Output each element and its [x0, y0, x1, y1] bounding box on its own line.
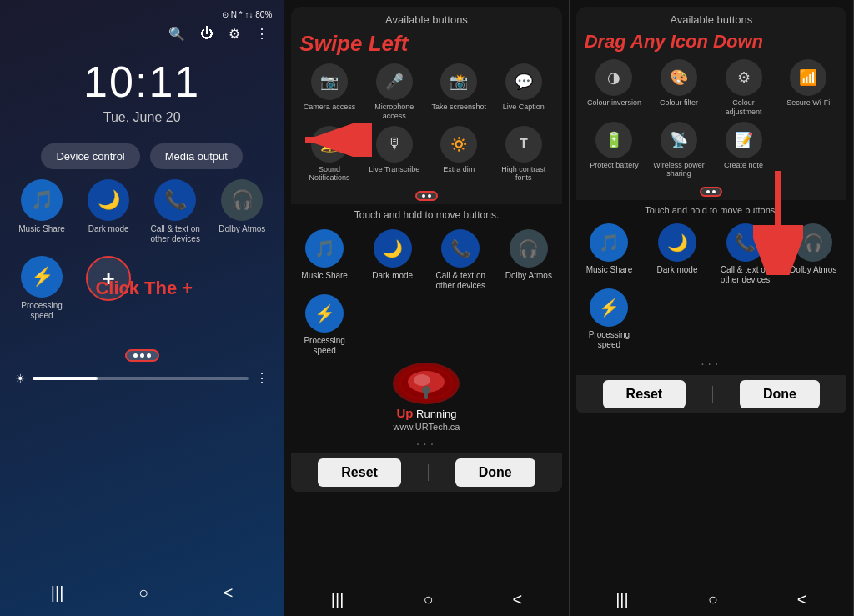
- settings-icon[interactable]: ⚙: [229, 26, 240, 42]
- device-control-button[interactable]: Device control: [41, 143, 139, 169]
- active-music-3[interactable]: 🎵 Music Share: [578, 223, 641, 285]
- avail-battery[interactable]: 🔋 Protect battery: [585, 122, 645, 179]
- reset-button-2[interactable]: Reset: [318, 458, 401, 487]
- nav-back-lines[interactable]: |||: [51, 583, 64, 603]
- avail-secure-wifi[interactable]: 📶 Secure Wi-Fi: [778, 59, 838, 117]
- dark-icon-2: 🌙: [374, 229, 412, 268]
- dark-mode-icon: 🌙: [88, 179, 129, 221]
- colour-adj-label: Colour adjustment: [714, 98, 774, 117]
- sep-dot-1: [422, 194, 425, 198]
- done-button-2[interactable]: Done: [455, 458, 535, 487]
- media-output-button[interactable]: Media output: [150, 143, 243, 169]
- active-dark-3[interactable]: 🌙 Dark mode: [646, 223, 709, 285]
- battery-label: Protect battery: [590, 161, 639, 170]
- tile-music-share[interactable]: 🎵 Music Share: [12, 179, 72, 244]
- reset-button-3[interactable]: Reset: [603, 380, 686, 408]
- active-call-2[interactable]: 📞 Call & text on other devices: [429, 229, 492, 291]
- avail-wireless[interactable]: 📡 Wireless power sharing: [649, 122, 709, 179]
- dot-3: [147, 353, 151, 358]
- avail-mic[interactable]: 🎤 Microphone access: [364, 63, 424, 121]
- processing-icon-2: ⚡: [305, 294, 344, 333]
- active-tiles-2: 🎵 Music Share 🌙 Dark mode 📞 Call & text …: [284, 226, 568, 294]
- brightness-track[interactable]: [33, 377, 249, 380]
- drag-arrow: [753, 167, 803, 278]
- secure-wifi-label: Secure Wi-Fi: [786, 98, 830, 108]
- nav-back-lines-3[interactable]: |||: [615, 590, 629, 609]
- panel-1: ⊙ N * ↑↓ 80% 🔍 ⏻ ⚙ ⋮ 10:11 Tue, June 20 …: [0, 0, 284, 616]
- nav-home-3[interactable]: ○: [708, 590, 718, 609]
- avail-colour-filter[interactable]: 🎨 Colour filter: [649, 59, 709, 117]
- svg-point-4: [414, 374, 430, 386]
- avail-dim[interactable]: 🔅 Extra dim: [429, 126, 489, 183]
- clock-date: Tue, June 20: [7, 110, 277, 125]
- nav-back-2[interactable]: <: [512, 590, 522, 609]
- brightness-fill: [33, 377, 98, 380]
- dim-icon: 🔅: [440, 126, 477, 163]
- nav-back[interactable]: <: [224, 583, 234, 603]
- power-icon[interactable]: ⏻: [200, 26, 214, 42]
- caption-label: Live Caption: [503, 103, 545, 112]
- call-icon-2: 📞: [441, 229, 480, 268]
- dots-row: [7, 349, 277, 362]
- active-dark-2[interactable]: 🌙 Dark mode: [361, 229, 424, 291]
- dark-label-2: Dark mode: [372, 271, 413, 281]
- active-music-2[interactable]: 🎵 Music Share: [293, 229, 356, 291]
- quick-tiles: 🎵 Music Share 🌙 Dark mode 📞 Call & text …: [7, 176, 277, 248]
- active-processing-3[interactable]: ⚡ Processing speed: [578, 288, 641, 350]
- colour-inv-icon: ◑: [595, 59, 632, 96]
- tile-dolby[interactable]: 🎧 Dolby Atmos: [212, 179, 272, 244]
- nav-back-lines-2[interactable]: |||: [331, 590, 344, 609]
- tile-processing[interactable]: ⚡ Processing speed: [12, 256, 72, 321]
- nav-home-2[interactable]: ○: [423, 590, 433, 609]
- search-icon[interactable]: 🔍: [168, 26, 185, 42]
- processing-icon: ⚡: [21, 256, 63, 298]
- call-text-icon: 📞: [154, 179, 196, 221]
- drag-label: Drag Any Icon Down: [576, 29, 846, 56]
- done-button-3[interactable]: Done: [740, 380, 820, 408]
- camera-icon: 📷: [311, 63, 348, 100]
- active-dolby-2[interactable]: 🎧 Dolby Atmos: [497, 229, 560, 291]
- swipe-arrow: [301, 123, 376, 160]
- screenshot-label: Take screenshot: [432, 103, 487, 112]
- clock-time: 10:11: [7, 57, 277, 107]
- nav-back-3[interactable]: <: [797, 590, 807, 609]
- brand-up: Up: [396, 406, 413, 420]
- avail-screenshot[interactable]: 📸 Take screenshot: [429, 63, 489, 121]
- brightness-icon: ☀: [15, 372, 26, 385]
- processing-row-3: ⚡ Processing speed: [570, 288, 853, 353]
- bottom-nav: ||| ○ <: [7, 577, 277, 609]
- brand-name: Up Running: [284, 404, 568, 422]
- more-icon[interactable]: ⋮: [255, 26, 269, 42]
- avail-camera[interactable]: 📷 Camera access: [299, 63, 359, 121]
- tile-add[interactable]: + Click The +: [78, 256, 138, 321]
- tile-dark-mode[interactable]: 🌙 Dark mode: [78, 179, 138, 244]
- bottom-nav-3: ||| ○ <: [570, 583, 853, 616]
- mic-icon: 🎤: [376, 63, 413, 100]
- menu-dots[interactable]: ⋮: [255, 370, 269, 386]
- music-icon-2: 🎵: [305, 229, 344, 268]
- brightness-bar: ☀ ⋮: [7, 367, 277, 389]
- brand-running: Running: [416, 408, 456, 420]
- tile-call-text[interactable]: 📞 Call & text on other devices: [145, 179, 205, 244]
- avail-colour-adj[interactable]: ⚙ Colour adjustment: [714, 59, 774, 117]
- separator-dots-3: [576, 183, 846, 200]
- bottom-dots-2: ···: [284, 435, 568, 453]
- bottom-dots-span-2: ···: [416, 437, 437, 452]
- active-processing-2[interactable]: ⚡ Processing speed: [293, 294, 356, 356]
- colour-adj-icon: ⚙: [726, 59, 762, 96]
- available-label-2: Available buttons: [291, 7, 561, 29]
- sep-dot-container-3: [700, 187, 722, 197]
- dark-mode-label: Dark mode: [88, 224, 129, 234]
- processing-label-3: Processing speed: [578, 330, 641, 350]
- mouse-logo: [393, 363, 460, 404]
- avail-contrast[interactable]: T High contrast fonts: [494, 126, 554, 183]
- click-label: Click The +: [95, 278, 193, 299]
- control-buttons: Device control Media output: [7, 143, 277, 169]
- panel3-content: Available buttons Drag Any Icon Down ◑ C…: [570, 0, 853, 616]
- avail-colour-inv[interactable]: ◑ Colour inversion: [585, 59, 645, 117]
- nav-icons: 🔍 ⏻ ⚙ ⋮: [7, 23, 277, 48]
- available-label-3: Available buttons: [576, 7, 846, 29]
- nav-home[interactable]: ○: [138, 583, 148, 603]
- footer-3: Reset Done: [576, 375, 846, 413]
- avail-caption[interactable]: 💬 Live Caption: [494, 63, 554, 121]
